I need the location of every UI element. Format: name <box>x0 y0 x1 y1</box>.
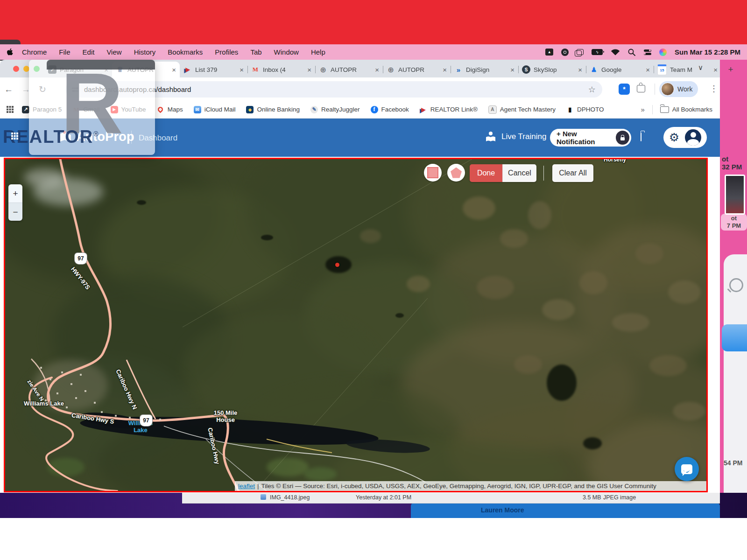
tab-title: Team M <box>670 66 710 73</box>
menu-item[interactable]: Profiles <box>215 48 238 56</box>
file-name[interactable]: IMG_4418.jpeg <box>270 494 310 501</box>
new-tab-button[interactable]: + <box>724 63 737 76</box>
browser-tab[interactable]: AUTOPR × <box>315 62 383 77</box>
bookmark-item[interactable]: REALTOR Link® <box>420 106 478 113</box>
bookmark-item[interactable]: Online Banking <box>246 106 300 113</box>
clear-all-button[interactable]: Clear All <box>552 164 593 182</box>
battery-icon[interactable]: ϟ <box>592 49 603 55</box>
profile-avatar <box>661 83 674 96</box>
tab-close-icon[interactable]: × <box>172 66 176 73</box>
extension-pinned-icon[interactable]: * <box>619 84 630 95</box>
bookmark-item[interactable]: RealtyJuggler <box>310 106 360 113</box>
tab-close-icon[interactable]: × <box>307 66 311 73</box>
displays-icon[interactable] <box>577 49 584 55</box>
bookmarks-overflow-icon[interactable]: » <box>641 105 644 113</box>
file-icon <box>261 494 266 500</box>
draw-polygon-button[interactable] <box>447 164 465 182</box>
browser-tab[interactable]: Google × <box>586 62 654 77</box>
zoom-out-button[interactable]: − <box>8 203 22 221</box>
bookmark-favicon <box>488 105 497 114</box>
bookmark-item[interactable]: Agent Tech Mastery <box>488 105 556 114</box>
apple-menu-icon[interactable] <box>7 48 13 56</box>
url-text[interactable]: dashboard.autoprop.ca/dashboard <box>84 85 588 93</box>
tab-search-chevron-icon[interactable]: ∨ <box>698 63 703 72</box>
screenshot-thumbnail[interactable] <box>725 175 745 215</box>
cancel-button[interactable]: Cancel <box>502 164 536 182</box>
live-training-link[interactable]: Live Training <box>485 131 546 143</box>
control-center-icon[interactable] <box>643 49 651 56</box>
back-button[interactable]: ← <box>4 85 13 94</box>
background-window-bar[interactable]: Lauren Moore <box>411 503 720 518</box>
window-close-button[interactable] <box>13 66 19 72</box>
browser-tab[interactable]: DigiSign × <box>451 62 518 77</box>
bookmark-item[interactable]: iCloud Mail <box>194 106 236 113</box>
tab-close-icon[interactable]: × <box>646 66 650 73</box>
menubar-app-icon[interactable] <box>561 49 569 56</box>
tab-title: Google <box>601 66 642 73</box>
siri-icon[interactable] <box>659 49 667 56</box>
tab-favicon <box>657 64 667 75</box>
tab-close-icon[interactable]: × <box>443 66 447 73</box>
map-attribution: leaflet | Tiles © Esri — Source: Esri, i… <box>235 481 706 491</box>
notification-fragment-1: ot32 PM <box>722 155 742 171</box>
bookmarks-divider <box>652 105 653 114</box>
extensions-puzzle-icon[interactable] <box>637 85 645 92</box>
map-marker-dot <box>335 263 339 267</box>
leaflet-map[interactable]: Williams Lake WilliamsLake 97 HWY-97S Ca… <box>4 158 708 492</box>
chat-bubble-icon <box>681 464 692 474</box>
zoom-in-button[interactable]: + <box>8 184 22 203</box>
highway-97-shield-2: 97 <box>140 415 152 426</box>
bookmark-favicon <box>246 106 254 113</box>
spotlight-search-icon[interactable] <box>628 49 635 56</box>
browser-tab[interactable]: List 379 × <box>180 62 247 77</box>
draw-rectangle-button[interactable] <box>424 164 442 182</box>
menu-item[interactable]: Bookmarks <box>168 48 203 56</box>
profile-chip[interactable]: Work <box>659 81 698 97</box>
settings-gear-icon[interactable]: ⚙ <box>669 132 679 143</box>
file-size: 3.5 MB <box>583 494 601 501</box>
leaflet-link[interactable]: leaflet <box>238 483 255 490</box>
menu-item[interactable]: History <box>134 48 156 56</box>
screen-mirroring-icon[interactable]: ▲ <box>545 49 553 56</box>
header-folder-icon[interactable] <box>641 133 641 141</box>
user-avatar-icon[interactable] <box>685 129 701 146</box>
bookmark-label: RealtyJuggler <box>321 106 360 113</box>
file-kind: JPEG image <box>603 494 636 501</box>
menu-item[interactable]: Help <box>311 48 325 56</box>
bookmark-item[interactable]: Maps <box>157 106 183 113</box>
menu-item[interactable]: Chrome <box>22 48 47 56</box>
menu-bar-clock[interactable]: Sun Mar 15 2:28 PM <box>675 48 740 56</box>
bookmark-label: Online Banking <box>257 106 300 113</box>
chat-widget-button[interactable] <box>675 457 699 481</box>
bookmark-star-icon[interactable]: ☆ <box>588 84 596 95</box>
desktop-search-icon[interactable] <box>729 278 743 292</box>
tab-favicon <box>183 65 192 74</box>
tab-favicon <box>319 65 327 74</box>
browser-tab[interactable]: SkySlop × <box>518 62 586 77</box>
notification-fragment-3: 54 PM <box>724 459 742 467</box>
tab-close-icon[interactable]: × <box>578 66 582 73</box>
done-button[interactable]: Done <box>470 164 502 182</box>
account-controls: ⚙ <box>663 127 707 148</box>
label-horsefly: Horsefly <box>604 158 626 163</box>
apps-grid-icon[interactable] <box>7 106 14 113</box>
new-notification-button[interactable]: + New Notification <box>550 129 631 147</box>
menu-item[interactable]: Window <box>274 48 299 56</box>
desktop-wallpaper-red <box>0 0 747 44</box>
tab-favicon <box>454 65 463 74</box>
browser-menu-icon[interactable]: ⋮ <box>710 84 718 94</box>
tab-close-icon[interactable]: × <box>240 66 244 73</box>
browser-tab[interactable]: Inbox (4 × <box>247 62 315 77</box>
tab-close-icon[interactable]: × <box>510 66 514 73</box>
wifi-icon[interactable] <box>611 49 620 56</box>
browser-tab[interactable]: Team M × <box>654 62 721 77</box>
tab-favicon <box>522 65 530 74</box>
tab-close-icon[interactable]: × <box>713 66 718 73</box>
menu-item[interactable]: Tab <box>250 48 261 56</box>
all-bookmarks-button[interactable]: All Bookmarks <box>660 106 712 113</box>
tab-close-icon[interactable]: × <box>375 66 379 73</box>
browser-tab[interactable]: AUTOPR × <box>383 62 451 77</box>
desktop-blue-card <box>722 324 747 351</box>
bookmark-item[interactable]: DPHOTO <box>566 106 604 113</box>
bookmark-item[interactable]: Facebook <box>371 106 409 113</box>
